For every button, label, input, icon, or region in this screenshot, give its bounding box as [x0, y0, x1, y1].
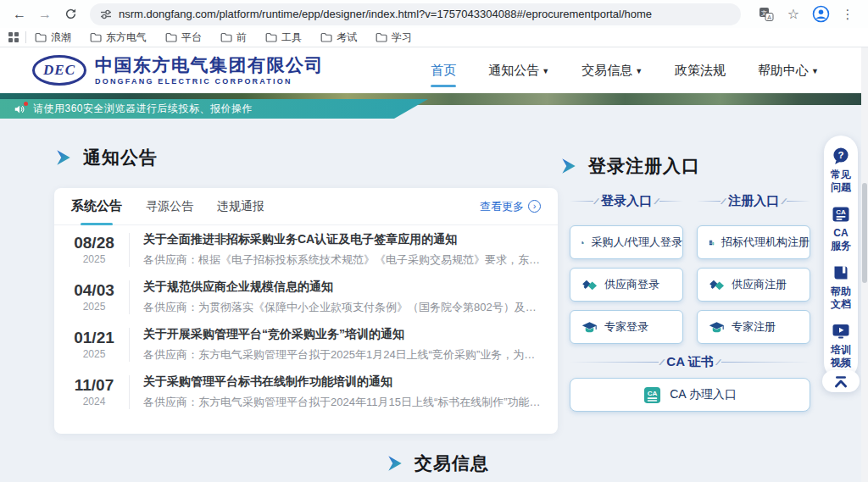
- notice-title[interactable]: 关于全面推进非招标采购业务CA认证及电子签章应用的通知: [143, 232, 541, 247]
- folder-icon: [165, 32, 177, 42]
- main-nav: 首页 通知公告▼ 交易信息▼ 政策法规 帮助中心▼: [431, 58, 819, 84]
- section-arrow-icon: [386, 454, 404, 473]
- page: ← → nsrm.dongfang.com/platform/runtime/e…: [0, 0, 868, 482]
- chrome-menu-icon[interactable]: ⋮: [836, 3, 860, 25]
- building-icon: [581, 235, 584, 251]
- dec-logo-text: DEC: [43, 62, 75, 79]
- nav-item-notices[interactable]: 通知公告▼: [488, 58, 549, 84]
- folder-icon: [376, 32, 387, 42]
- ca-service-shortcut[interactable]: CA CA服务: [830, 205, 852, 252]
- address-bar[interactable]: nsrm.dongfang.com/platform/runtime/epp/d…: [90, 3, 741, 25]
- bookmark-label: 工具: [281, 30, 302, 45]
- faq-shortcut[interactable]: ? 常见问题: [830, 147, 852, 194]
- supplier-login-button[interactable]: 供应商登录: [570, 268, 683, 302]
- bookmark-folder[interactable]: 学习: [376, 30, 412, 45]
- notification-dot: [24, 102, 28, 106]
- divider: [129, 328, 130, 362]
- expert-login-button[interactable]: 专家登录: [570, 310, 683, 344]
- section-title: 登录注册入口: [588, 154, 700, 178]
- nav-item-policies[interactable]: 政策法规: [675, 58, 726, 84]
- collapse-top-icon: [833, 375, 849, 388]
- nav-item-trade-info[interactable]: 交易信息▼: [581, 58, 643, 84]
- quick-sidebar: ? 常见问题 CA CA服务 帮助文档 培训视频: [824, 136, 858, 380]
- notice-row[interactable]: 11/07 2024 关于采购管理平台标书在线制作功能培训的通知 各供应商：东方…: [54, 368, 558, 415]
- tab-sourcing-notices[interactable]: 寻源公告: [146, 188, 193, 225]
- graduation-cap-icon: [709, 319, 725, 335]
- handshake-icon: [709, 277, 725, 293]
- section-title: 通知公告: [83, 146, 158, 169]
- video-icon: [832, 322, 850, 341]
- supplier-register-button[interactable]: 供应商注册: [697, 268, 810, 302]
- svg-text:CA: CA: [648, 389, 658, 396]
- page-scrollbar[interactable]: [861, 47, 868, 482]
- ca-apply-button[interactable]: CA CA 办理入口: [570, 378, 810, 412]
- browser-chrome: ← → nsrm.dongfang.com/platform/runtime/e…: [0, 0, 868, 47]
- folder-icon: [320, 32, 332, 42]
- section-title: 交易信息: [415, 452, 489, 475]
- bookmark-folder[interactable]: 浪潮: [35, 30, 71, 45]
- folder-icon: [220, 32, 232, 42]
- bidding-agency-register-button[interactable]: 招标代理机构注册: [697, 225, 810, 259]
- apps-grid-icon[interactable]: [8, 32, 19, 42]
- help-docs-shortcut[interactable]: 帮助文档: [830, 263, 852, 311]
- tab-system-notices[interactable]: 系统公告: [71, 188, 122, 225]
- document-icon: [832, 263, 850, 282]
- bookmark-label: 学习: [392, 30, 412, 45]
- chevron-right-circle-icon: ›: [528, 200, 541, 213]
- company-name-en: DONGFANG ELECTRIC CORPORATION: [95, 77, 324, 86]
- collapse-to-top-button[interactable]: [822, 370, 860, 392]
- reload-icon[interactable]: [59, 3, 81, 25]
- bookmark-folder[interactable]: 东方电气: [90, 30, 147, 45]
- forward-icon[interactable]: →: [34, 3, 56, 25]
- notice-row[interactable]: 01/21 2025 关于开展采购管理平台“竞价采购业务”培训的通知 各供应商：…: [54, 320, 558, 368]
- ca-section-label: ∕∕ CA 证书 ∕∕: [570, 354, 810, 370]
- announcement-ticker[interactable]: 请使用360安全浏览器进行后续投标、报价操作: [0, 99, 428, 119]
- bookmark-folder[interactable]: 工具: [265, 30, 302, 45]
- question-icon: ?: [832, 147, 850, 165]
- back-icon[interactable]: ←: [8, 3, 31, 25]
- section-arrow-icon: [559, 157, 578, 175]
- notice-date: 04/03 2025: [68, 282, 120, 313]
- notice-title[interactable]: 关于采购管理平台标书在线制作功能培训的通知: [143, 374, 541, 390]
- chevron-down-icon: ▼: [542, 67, 549, 75]
- nav-item-help-center[interactable]: 帮助中心▼: [758, 58, 819, 84]
- notice-desc: 各供应商：东方电气采购管理平台拟于2025年1月24日上线“竞价采购”业务，为帮…: [143, 347, 541, 363]
- folder-icon: [90, 32, 102, 42]
- divider: [129, 375, 130, 409]
- notice-title[interactable]: 关于规范供应商企业规模信息的通知: [143, 280, 541, 295]
- notice-title[interactable]: 关于开展采购管理平台“竞价采购业务”培训的通知: [143, 327, 541, 342]
- login-col-label: ∕∕ 登录入口 ∕∕: [570, 193, 683, 209]
- expert-register-button[interactable]: 专家注册: [697, 310, 810, 344]
- svg-text:?: ?: [837, 150, 843, 160]
- notice-desc: 各供应商：东方电气采购管理平台拟于2024年11月15日上线“标书在线制作”功能…: [143, 395, 541, 410]
- training-videos-shortcut[interactable]: 培训视频: [830, 322, 852, 369]
- bookmark-label: 前: [236, 30, 247, 45]
- view-more-link[interactable]: 查看更多 ›: [480, 199, 541, 214]
- svg-text:A: A: [767, 14, 771, 19]
- svg-text:CA: CA: [836, 208, 846, 216]
- bookmark-folder[interactable]: 前: [220, 30, 247, 45]
- login-section-header: 登录注册入口: [559, 154, 700, 178]
- brand-logo[interactable]: DEC 中国东方电气集团有限公司 DONGFANG ELECTRIC CORPO…: [32, 55, 324, 86]
- buyer-agent-login-button[interactable]: 采购人/代理人登录: [570, 225, 683, 259]
- bookmark-folder[interactable]: 考试: [320, 30, 357, 45]
- notice-date: 01/21 2025: [68, 330, 120, 361]
- trade-section-header: 交易信息: [386, 452, 489, 475]
- notices-card: 系统公告 寻源公告 违规通报 查看更多 › 08/28 2025 关于全面推进非…: [54, 188, 558, 434]
- bookmark-folder[interactable]: 平台: [165, 30, 202, 45]
- notices-section-header: 通知公告: [54, 146, 158, 169]
- bookmark-star-icon[interactable]: ☆: [782, 3, 805, 25]
- profile-avatar-icon[interactable]: [809, 3, 832, 25]
- site-controls-icon: [100, 8, 112, 20]
- translate-icon[interactable]: 文A: [754, 3, 778, 25]
- ca-badge-icon: CA: [643, 386, 661, 404]
- notice-row[interactable]: 04/03 2025 关于规范供应商企业规模信息的通知 各供应商：为贯彻落实《保…: [54, 273, 558, 320]
- scrollbar-thumb[interactable]: [862, 183, 867, 283]
- notice-row[interactable]: 08/28 2025 关于全面推进非招标采购业务CA认证及电子签章应用的通知 各…: [54, 225, 558, 273]
- nav-item-home[interactable]: 首页: [431, 58, 456, 84]
- section-arrow-icon: [54, 148, 73, 167]
- company-name-cn: 中国东方电气集团有限公司: [95, 55, 324, 75]
- tab-violation-reports[interactable]: 违规通报: [217, 188, 264, 225]
- bookmark-label: 平台: [181, 30, 202, 45]
- notice-desc: 各供应商：根据《电子招标投标系统技术规范》《电子采购交易规范》要求，东方电气采购…: [143, 252, 541, 268]
